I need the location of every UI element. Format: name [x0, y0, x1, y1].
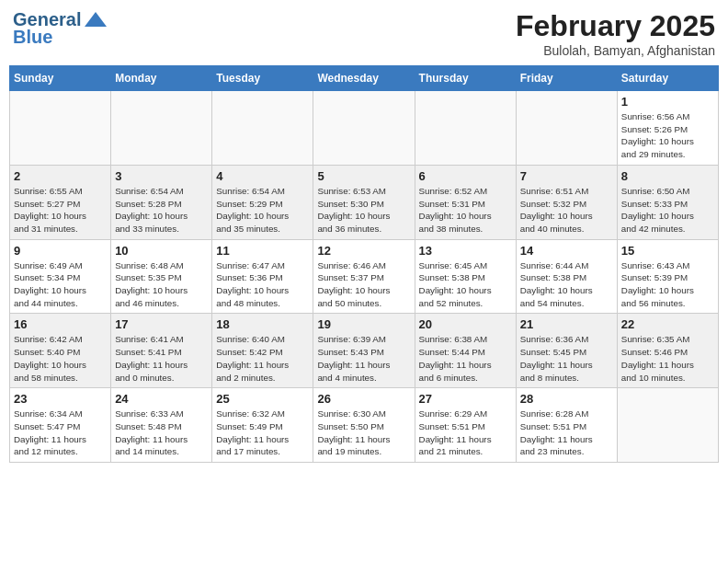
calendar-cell: 24Sunrise: 6:33 AM Sunset: 5:48 PM Dayli… — [111, 388, 212, 463]
day-info: Sunrise: 6:39 AM Sunset: 5:43 PM Dayligh… — [317, 333, 410, 384]
day-info: Sunrise: 6:29 AM Sunset: 5:51 PM Dayligh… — [419, 408, 512, 458]
day-number: 22 — [621, 317, 714, 331]
day-info: Sunrise: 6:56 AM Sunset: 5:26 PM Dayligh… — [621, 110, 714, 161]
day-info: Sunrise: 6:50 AM Sunset: 5:33 PM Dayligh… — [621, 185, 714, 236]
day-info: Sunrise: 6:49 AM Sunset: 5:34 PM Dayligh… — [14, 259, 107, 310]
page-header: General Blue February 2025 Bulolah, Bamy… — [9, 9, 719, 58]
weekday-header-row: SundayMondayTuesdayWednesdayThursdayFrid… — [10, 66, 719, 91]
day-info: Sunrise: 6:53 AM Sunset: 5:30 PM Dayligh… — [317, 185, 410, 236]
weekday-header-saturday: Saturday — [617, 66, 718, 91]
day-info: Sunrise: 6:41 AM Sunset: 5:41 PM Dayligh… — [115, 333, 208, 384]
calendar-cell: 9Sunrise: 6:49 AM Sunset: 5:34 PM Daylig… — [10, 239, 111, 314]
calendar-cell — [10, 91, 111, 166]
calendar-cell — [212, 91, 313, 166]
day-number: 4 — [216, 169, 309, 183]
day-number: 8 — [621, 169, 714, 183]
logo-text-blue: Blue — [13, 27, 52, 48]
day-number: 11 — [216, 244, 309, 258]
day-number: 15 — [621, 244, 714, 258]
calendar-cell: 21Sunrise: 6:36 AM Sunset: 5:45 PM Dayli… — [516, 314, 617, 388]
day-number: 23 — [14, 392, 107, 406]
day-number: 25 — [216, 392, 309, 406]
calendar-cell — [617, 388, 718, 463]
calendar-cell: 8Sunrise: 6:50 AM Sunset: 5:33 PM Daylig… — [617, 165, 718, 239]
day-info: Sunrise: 6:32 AM Sunset: 5:49 PM Dayligh… — [216, 408, 309, 458]
weekday-header-thursday: Thursday — [415, 66, 516, 91]
calendar-week-row: 1Sunrise: 6:56 AM Sunset: 5:26 PM Daylig… — [10, 91, 719, 166]
calendar-cell: 14Sunrise: 6:44 AM Sunset: 5:38 PM Dayli… — [516, 239, 617, 314]
weekday-header-wednesday: Wednesday — [313, 66, 415, 91]
calendar-cell: 28Sunrise: 6:28 AM Sunset: 5:51 PM Dayli… — [516, 388, 617, 463]
calendar-cell — [516, 91, 617, 166]
day-info: Sunrise: 6:35 AM Sunset: 5:46 PM Dayligh… — [621, 333, 714, 384]
day-number: 16 — [14, 317, 107, 331]
calendar-cell — [111, 91, 212, 166]
day-info: Sunrise: 6:47 AM Sunset: 5:36 PM Dayligh… — [216, 259, 309, 310]
calendar-cell: 1Sunrise: 6:56 AM Sunset: 5:26 PM Daylig… — [617, 91, 718, 166]
day-info: Sunrise: 6:33 AM Sunset: 5:48 PM Dayligh… — [115, 408, 208, 458]
day-info: Sunrise: 6:55 AM Sunset: 5:27 PM Dayligh… — [14, 185, 107, 236]
day-info: Sunrise: 6:44 AM Sunset: 5:38 PM Dayligh… — [520, 259, 613, 310]
day-info: Sunrise: 6:45 AM Sunset: 5:38 PM Dayligh… — [419, 259, 512, 310]
calendar-table: SundayMondayTuesdayWednesdayThursdayFrid… — [9, 65, 719, 463]
calendar-week-row: 16Sunrise: 6:42 AM Sunset: 5:40 PM Dayli… — [10, 314, 719, 388]
logo: General Blue — [13, 9, 108, 48]
day-number: 2 — [14, 169, 107, 183]
calendar-cell: 22Sunrise: 6:35 AM Sunset: 5:46 PM Dayli… — [617, 314, 718, 388]
day-number: 19 — [317, 317, 410, 331]
calendar-cell: 10Sunrise: 6:48 AM Sunset: 5:35 PM Dayli… — [111, 239, 212, 314]
day-number: 27 — [419, 392, 512, 406]
calendar-cell: 27Sunrise: 6:29 AM Sunset: 5:51 PM Dayli… — [415, 388, 516, 463]
day-number: 3 — [115, 169, 208, 183]
calendar-cell: 18Sunrise: 6:40 AM Sunset: 5:42 PM Dayli… — [212, 314, 313, 388]
day-info: Sunrise: 6:36 AM Sunset: 5:45 PM Dayligh… — [520, 333, 613, 384]
day-number: 14 — [520, 244, 613, 258]
calendar-cell: 7Sunrise: 6:51 AM Sunset: 5:32 PM Daylig… — [516, 165, 617, 239]
calendar-cell: 23Sunrise: 6:34 AM Sunset: 5:47 PM Dayli… — [10, 388, 111, 463]
weekday-header-monday: Monday — [111, 66, 212, 91]
day-info: Sunrise: 6:34 AM Sunset: 5:47 PM Dayligh… — [14, 408, 107, 458]
calendar-cell: 2Sunrise: 6:55 AM Sunset: 5:27 PM Daylig… — [10, 165, 111, 239]
calendar-week-row: 9Sunrise: 6:49 AM Sunset: 5:34 PM Daylig… — [10, 239, 719, 314]
day-number: 13 — [419, 244, 512, 258]
location-subtitle: Bulolah, Bamyan, Afghanistan — [516, 43, 715, 58]
day-number: 12 — [317, 244, 410, 258]
day-info: Sunrise: 6:40 AM Sunset: 5:42 PM Dayligh… — [216, 333, 309, 384]
calendar-cell: 6Sunrise: 6:52 AM Sunset: 5:31 PM Daylig… — [415, 165, 516, 239]
day-number: 5 — [317, 169, 410, 183]
calendar-week-row: 2Sunrise: 6:55 AM Sunset: 5:27 PM Daylig… — [10, 165, 719, 239]
calendar-cell: 17Sunrise: 6:41 AM Sunset: 5:41 PM Dayli… — [111, 314, 212, 388]
calendar-cell — [415, 91, 516, 166]
day-number: 17 — [115, 317, 208, 331]
calendar-cell: 3Sunrise: 6:54 AM Sunset: 5:28 PM Daylig… — [111, 165, 212, 239]
day-number: 1 — [621, 95, 714, 109]
day-number: 7 — [520, 169, 613, 183]
calendar-cell: 15Sunrise: 6:43 AM Sunset: 5:39 PM Dayli… — [617, 239, 718, 314]
day-info: Sunrise: 6:28 AM Sunset: 5:51 PM Dayligh… — [520, 408, 613, 458]
day-number: 10 — [115, 244, 208, 258]
svg-marker-0 — [85, 12, 107, 27]
day-number: 26 — [317, 392, 410, 406]
calendar-cell: 26Sunrise: 6:30 AM Sunset: 5:50 PM Dayli… — [313, 388, 415, 463]
weekday-header-tuesday: Tuesday — [212, 66, 313, 91]
calendar-cell: 25Sunrise: 6:32 AM Sunset: 5:49 PM Dayli… — [212, 388, 313, 463]
day-info: Sunrise: 6:38 AM Sunset: 5:44 PM Dayligh… — [419, 333, 512, 384]
day-number: 24 — [115, 392, 208, 406]
calendar-cell — [313, 91, 415, 166]
day-info: Sunrise: 6:52 AM Sunset: 5:31 PM Dayligh… — [419, 185, 512, 236]
title-block: February 2025 Bulolah, Bamyan, Afghanist… — [516, 9, 715, 58]
day-info: Sunrise: 6:51 AM Sunset: 5:32 PM Dayligh… — [520, 185, 613, 236]
weekday-header-friday: Friday — [516, 66, 617, 91]
day-info: Sunrise: 6:54 AM Sunset: 5:28 PM Dayligh… — [115, 185, 208, 236]
weekday-header-sunday: Sunday — [10, 66, 111, 91]
logo-icon — [83, 10, 108, 30]
day-number: 20 — [419, 317, 512, 331]
day-info: Sunrise: 6:48 AM Sunset: 5:35 PM Dayligh… — [115, 259, 208, 310]
day-info: Sunrise: 6:42 AM Sunset: 5:40 PM Dayligh… — [14, 333, 107, 384]
day-number: 9 — [14, 244, 107, 258]
calendar-cell: 19Sunrise: 6:39 AM Sunset: 5:43 PM Dayli… — [313, 314, 415, 388]
day-info: Sunrise: 6:43 AM Sunset: 5:39 PM Dayligh… — [621, 259, 714, 310]
day-number: 6 — [419, 169, 512, 183]
day-info: Sunrise: 6:54 AM Sunset: 5:29 PM Dayligh… — [216, 185, 309, 236]
day-info: Sunrise: 6:30 AM Sunset: 5:50 PM Dayligh… — [317, 408, 410, 458]
